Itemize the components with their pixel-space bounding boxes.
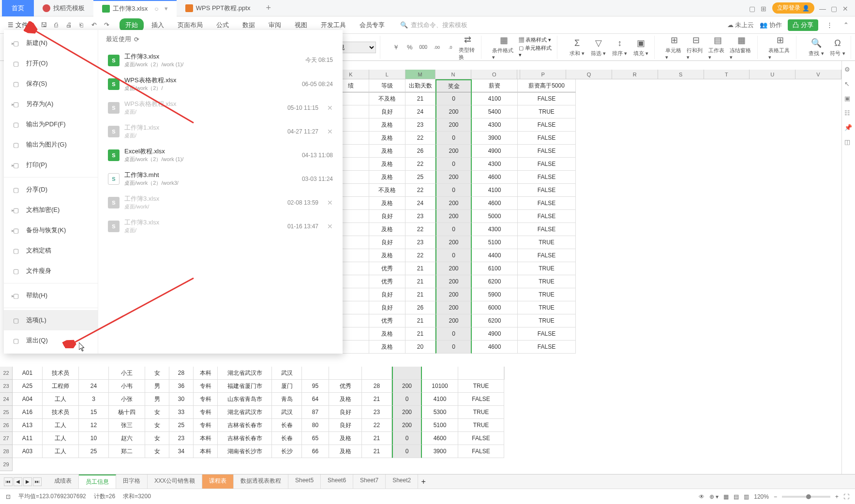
file-menu-item-7[interactable]: ▢分享(D) — [4, 179, 98, 200]
record-icon[interactable]: ⊡ — [6, 493, 11, 500]
cell[interactable]: FALSE — [518, 145, 576, 158]
fullscreen-icon[interactable]: ⛶ — [843, 493, 849, 500]
cell[interactable]: FALSE — [518, 119, 576, 132]
cell[interactable]: 5100 — [422, 419, 458, 432]
cell[interactable]: 优秀 — [369, 314, 405, 327]
sheet-tab[interactable]: 员工信息 — [79, 474, 116, 489]
cell[interactable]: A03 — [13, 445, 43, 458]
cell[interactable]: 20 — [405, 341, 435, 354]
cell[interactable]: 22 — [362, 419, 392, 432]
cell[interactable]: 杨十四 — [109, 406, 145, 419]
file-menu-item-10[interactable]: ▢文档定稿 — [4, 240, 98, 261]
sheet-tab[interactable]: Sheet2 — [386, 474, 418, 489]
cell[interactable]: 15 — [79, 406, 109, 419]
cell[interactable]: 21 — [405, 288, 435, 301]
tab-menu-icon[interactable]: ▾ — [165, 5, 168, 12]
sheet-tab[interactable]: Sheet5 — [288, 474, 321, 489]
cell[interactable]: 女 — [145, 406, 169, 419]
recent-file-item[interactable]: S工作簿3.mht桌面/work（2）/work3/03-03 11:24 — [106, 167, 335, 191]
col-header-V[interactable]: V — [795, 70, 841, 79]
cell[interactable]: 及格 — [369, 197, 405, 210]
cell[interactable]: 张三 — [109, 419, 145, 432]
cell[interactable]: 5400 — [472, 105, 518, 119]
cell[interactable]: 工人 — [43, 393, 79, 406]
cell[interactable]: 36 — [169, 380, 194, 393]
cell[interactable]: 及格 — [369, 145, 405, 158]
col-header-P[interactable]: P — [520, 70, 566, 79]
cell[interactable]: 28 — [169, 367, 194, 380]
pointer-icon[interactable]: ↖ — [844, 80, 853, 89]
row-number[interactable]: 25 — [0, 406, 13, 419]
cell[interactable]: 及格 — [369, 132, 405, 145]
cell[interactable]: 200 — [435, 275, 472, 288]
cell[interactable]: 64 — [302, 393, 329, 406]
cell[interactable]: 及格 — [369, 171, 405, 184]
expand-icon[interactable]: ⌃ — [841, 21, 850, 30]
cell[interactable]: TRUE — [458, 406, 504, 419]
view-normal-icon[interactable]: ▦ — [723, 493, 729, 500]
cell[interactable]: 6100 — [472, 262, 518, 275]
cell[interactable]: 28 — [362, 380, 392, 393]
cell[interactable]: 21 — [405, 275, 435, 288]
cell[interactable]: 0 — [435, 341, 472, 354]
cell[interactable]: 0 — [435, 158, 472, 171]
tab-ppt[interactable]: WPS PPT教程.pptx — [177, 0, 259, 16]
sheet-prev[interactable]: ◀ — [14, 477, 22, 486]
cell[interactable]: FALSE — [458, 445, 504, 458]
sheet-tab[interactable]: XXX公司销售额 — [148, 474, 202, 489]
cell[interactable]: 10100 — [422, 380, 458, 393]
cell[interactable]: 4100 — [472, 184, 518, 197]
cell[interactable]: 专科 — [194, 380, 218, 393]
cell[interactable]: 12 — [79, 419, 109, 432]
maximize-icon[interactable]: ▢ — [831, 5, 838, 12]
cell[interactable]: 26 — [405, 301, 435, 314]
cell[interactable]: 山东省青岛市 — [218, 393, 272, 406]
cell[interactable]: A13 — [13, 419, 43, 432]
cell[interactable] — [458, 367, 504, 380]
cell[interactable]: FALSE — [518, 184, 576, 197]
cell[interactable]: 4400 — [472, 249, 518, 262]
cell[interactable]: 0 — [435, 249, 472, 262]
table-style[interactable]: ▦ 表格样式 ▾ — [519, 36, 553, 44]
sheet-tab[interactable]: 田字格 — [116, 474, 148, 489]
tool-icon-1[interactable]: ⚙ — [844, 66, 853, 74]
cell[interactable] — [422, 367, 458, 380]
cell[interactable]: 及格 — [329, 445, 362, 458]
zoom-out[interactable]: − — [774, 493, 777, 500]
cell[interactable]: 及格 — [369, 119, 405, 132]
cell[interactable]: 5000 — [472, 210, 518, 223]
recent-file-item[interactable]: S工作簿3.xlsx桌面/work/02-08 13:59✕ — [106, 191, 335, 214]
cell[interactable]: 0 — [435, 132, 472, 145]
col-header-M[interactable]: M — [405, 70, 435, 79]
cell[interactable]: 22 — [405, 132, 435, 145]
cell[interactable]: 22 — [405, 158, 435, 171]
cell[interactable]: 25 — [405, 171, 435, 184]
cell[interactable]: 24 — [405, 105, 435, 119]
cell[interactable]: 厦门 — [272, 380, 302, 393]
cell[interactable] — [392, 367, 422, 380]
cell[interactable]: 4300 — [472, 119, 518, 132]
cell[interactable]: 6200 — [472, 275, 518, 288]
sheet-first[interactable]: ⏮ — [4, 477, 13, 486]
cell[interactable]: 小王 — [109, 367, 145, 380]
cell[interactable]: 23 — [169, 432, 194, 445]
cell[interactable]: 5300 — [422, 406, 458, 419]
cell[interactable]: 良好 — [369, 105, 405, 119]
col-header-O[interactable]: O — [471, 70, 517, 79]
cell[interactable]: 及格 — [329, 393, 362, 406]
cell[interactable]: 长春 — [272, 419, 302, 432]
cell[interactable]: 200 — [435, 262, 472, 275]
cell[interactable]: 4600 — [472, 197, 518, 210]
sheet-tab[interactable]: Sheet6 — [321, 474, 353, 489]
col-header-U[interactable]: U — [750, 70, 795, 79]
cell[interactable]: 武汉 — [272, 406, 302, 419]
zoom-in[interactable]: + — [835, 493, 839, 500]
command-search[interactable]: 🔍查找命令、搜索模板 — [400, 21, 467, 30]
cell[interactable]: 200 — [435, 145, 472, 158]
cell[interactable]: 21 — [405, 92, 435, 105]
sheet-tab[interactable]: 成绩表 — [47, 474, 79, 489]
cell[interactable]: A11 — [13, 432, 43, 445]
cell[interactable]: 男 — [145, 380, 169, 393]
cell[interactable]: 工程师 — [43, 380, 79, 393]
cell[interactable]: FALSE — [518, 249, 576, 262]
